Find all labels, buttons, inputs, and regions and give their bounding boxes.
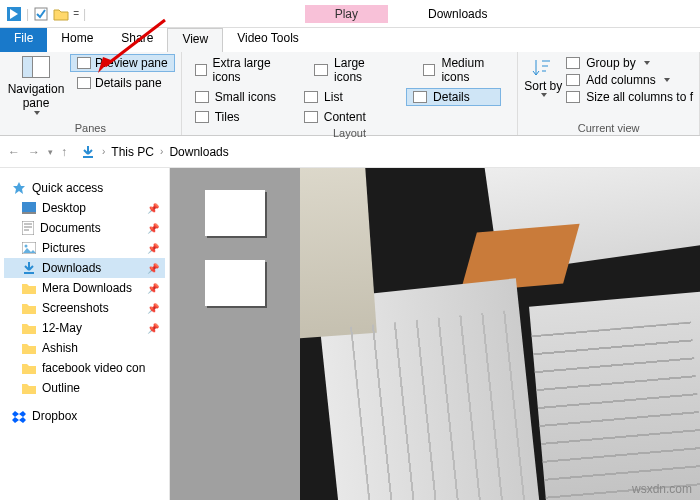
svg-rect-4 — [83, 156, 93, 158]
navigation-pane-icon — [22, 56, 50, 78]
layout-details[interactable]: Details — [406, 88, 501, 106]
details-icon — [413, 91, 427, 103]
crumb-this-pc[interactable]: This PC — [111, 145, 154, 159]
tree-label: Ashish — [42, 341, 78, 355]
star-icon — [12, 181, 26, 195]
layout-small[interactable]: Small icons — [188, 88, 283, 106]
pin-icon: 📌 — [147, 203, 159, 214]
list-icon — [304, 91, 318, 103]
title-bar: | = | Play Downloads — [0, 0, 700, 28]
extra-large-icon — [195, 64, 207, 76]
layout-label: Details — [433, 90, 470, 104]
folder-icon — [22, 362, 36, 374]
pin-icon: 📌 — [147, 243, 159, 254]
tree-documents[interactable]: Documents📌 — [4, 218, 165, 238]
add-columns-label: Add columns — [586, 73, 655, 87]
details-pane-button[interactable]: Details pane — [70, 74, 175, 92]
up-button[interactable]: ↑ — [61, 145, 67, 159]
svg-rect-6 — [22, 212, 36, 214]
chevron-right-icon: › — [102, 146, 105, 157]
layout-tiles[interactable]: Tiles — [188, 108, 283, 126]
title-center: Play Downloads — [92, 5, 700, 23]
group-layout: Extra large icons Large icons Medium ico… — [182, 52, 519, 135]
add-columns-button[interactable]: Add columns — [566, 73, 693, 87]
qat-divider: | — [83, 7, 86, 21]
folder-icon[interactable] — [53, 6, 69, 22]
tree-label: Downloads — [42, 261, 101, 275]
document-icon — [22, 221, 34, 235]
layout-label: Extra large icons — [213, 56, 287, 84]
window-title: Downloads — [428, 7, 487, 21]
group-by-button[interactable]: Group by — [566, 56, 693, 70]
layout-content[interactable]: Content — [297, 108, 392, 126]
recent-menu[interactable]: ▾ — [48, 147, 53, 157]
content-icon — [304, 111, 318, 123]
tree-mera[interactable]: Mera Downloads📌 — [4, 278, 165, 298]
tree-ashish[interactable]: Ashish — [4, 338, 165, 358]
tree-outline[interactable]: Outline — [4, 378, 165, 398]
layout-label: Small icons — [215, 90, 276, 104]
address-bar: ← → ▾ ↑ › This PC › Downloads — [0, 136, 700, 168]
layout-extra-large[interactable]: Extra large icons — [188, 54, 294, 86]
ribbon-tabs: File Home Share View Video Tools — [0, 28, 700, 52]
pin-icon: 📌 — [147, 283, 159, 294]
group-by-label: Group by — [586, 56, 635, 70]
folder-icon — [22, 322, 36, 334]
crumb-downloads[interactable]: Downloads — [169, 145, 228, 159]
size-all-columns-button[interactable]: Size all columns to f — [566, 90, 693, 104]
tab-file[interactable]: File — [0, 28, 47, 52]
chevron-down-icon — [541, 93, 547, 97]
navigation-pane: Quick access Desktop📌 Documents📌 Picture… — [0, 168, 170, 500]
tab-view[interactable]: View — [167, 28, 223, 52]
contextual-tab-play[interactable]: Play — [305, 5, 388, 23]
pin-icon: 📌 — [147, 303, 159, 314]
tab-video-tools[interactable]: Video Tools — [223, 28, 313, 52]
tree-label: Quick access — [32, 181, 103, 195]
sort-by-button[interactable]: Sort by — [524, 54, 562, 97]
video-thumbnail[interactable] — [205, 190, 265, 236]
watermark: wsxdn.com — [632, 482, 692, 496]
size-columns-icon — [566, 91, 580, 103]
layout-label: Medium icons — [441, 56, 504, 84]
checkbox-icon[interactable] — [33, 6, 49, 22]
sort-by-label: Sort by — [524, 79, 562, 93]
navigation-pane-button[interactable]: Navigation pane — [6, 54, 66, 115]
tiles-icon — [195, 111, 209, 123]
preview-pane-button[interactable]: Preview pane — [70, 54, 175, 72]
layout-large[interactable]: Large icons — [307, 54, 402, 86]
pin-icon: 📌 — [147, 263, 159, 274]
tab-share[interactable]: Share — [107, 28, 167, 52]
tab-home[interactable]: Home — [47, 28, 107, 52]
ribbon: Navigation pane Preview pane Details pan… — [0, 52, 700, 136]
chevron-down-icon — [34, 111, 40, 115]
chevron-right-icon: › — [160, 146, 163, 157]
tree-dropbox[interactable]: Dropbox — [4, 406, 165, 426]
app-icon — [6, 6, 22, 22]
sort-icon — [532, 57, 554, 79]
tree-12may[interactable]: 12-May📌 — [4, 318, 165, 338]
breadcrumb[interactable]: › This PC › Downloads — [75, 141, 692, 163]
tree-desktop[interactable]: Desktop📌 — [4, 198, 165, 218]
quick-access-toolbar: | = | — [0, 6, 92, 22]
forward-button[interactable]: → — [28, 145, 40, 159]
group-by-icon — [566, 57, 580, 69]
folder-icon — [22, 302, 36, 314]
tree-screenshots[interactable]: Screenshots📌 — [4, 298, 165, 318]
svg-rect-5 — [22, 202, 36, 212]
preview-pane-label: Preview pane — [95, 56, 168, 70]
back-button[interactable]: ← — [8, 145, 20, 159]
layout-medium[interactable]: Medium icons — [416, 54, 511, 86]
tree-downloads[interactable]: Downloads📌 — [4, 258, 165, 278]
qat-menu[interactable]: = — [73, 8, 79, 19]
tree-label: Screenshots — [42, 301, 109, 315]
thumbnail-strip — [170, 168, 300, 500]
quick-access-header[interactable]: Quick access — [4, 178, 165, 198]
tree-label: facebook video con — [42, 361, 145, 375]
tree-facebook[interactable]: facebook video con — [4, 358, 165, 378]
video-thumbnail[interactable] — [205, 260, 265, 306]
tree-pictures[interactable]: Pictures📌 — [4, 238, 165, 258]
size-columns-label: Size all columns to f — [586, 90, 693, 104]
pictures-icon — [22, 242, 36, 254]
layout-list[interactable]: List — [297, 88, 392, 106]
svg-rect-10 — [24, 272, 34, 274]
